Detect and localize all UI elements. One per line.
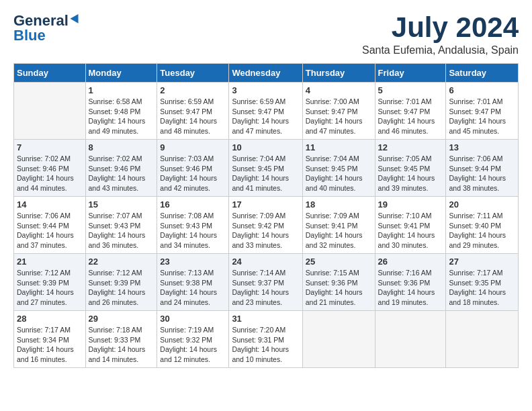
calendar-cell: 15Sunrise: 7:07 AM Sunset: 9:43 PM Dayli… [85, 197, 157, 254]
calendar-cell: 21Sunrise: 7:12 AM Sunset: 9:39 PM Dayli… [14, 254, 86, 311]
day-info: Sunrise: 7:07 AM Sunset: 9:43 PM Dayligh… [89, 211, 154, 250]
day-number: 31 [232, 314, 299, 324]
calendar-cell: 7Sunrise: 7:02 AM Sunset: 9:46 PM Daylig… [14, 140, 86, 197]
day-info: Sunrise: 7:03 AM Sunset: 9:46 PM Dayligh… [160, 154, 226, 193]
calendar-cell: 27Sunrise: 7:17 AM Sunset: 9:35 PM Dayli… [446, 254, 519, 311]
location-title: Santa Eufemia, Andalusia, Spain [362, 44, 519, 56]
header: General Blue July 2024 Santa Eufemia, An… [13, 13, 519, 56]
day-number: 27 [449, 257, 515, 267]
week-row-1: 1Sunrise: 6:58 AM Sunset: 9:48 PM Daylig… [14, 83, 519, 140]
calendar-cell: 10Sunrise: 7:04 AM Sunset: 9:45 PM Dayli… [229, 140, 302, 197]
calendar-cell: 3Sunrise: 6:59 AM Sunset: 9:47 PM Daylig… [229, 83, 302, 140]
day-info: Sunrise: 7:05 AM Sunset: 9:45 PM Dayligh… [378, 154, 443, 193]
calendar-cell [446, 311, 519, 368]
day-info: Sunrise: 7:13 AM Sunset: 9:38 PM Dayligh… [160, 268, 226, 308]
calendar-cell: 13Sunrise: 7:06 AM Sunset: 9:44 PM Dayli… [446, 140, 519, 197]
day-number: 10 [232, 142, 299, 152]
calendar-cell: 29Sunrise: 7:18 AM Sunset: 9:33 PM Dayli… [85, 311, 157, 368]
calendar-cell: 28Sunrise: 7:17 AM Sunset: 9:34 PM Dayli… [14, 311, 86, 368]
day-info: Sunrise: 7:17 AM Sunset: 9:35 PM Dayligh… [449, 268, 515, 308]
day-number: 26 [378, 257, 443, 267]
calendar-cell: 6Sunrise: 7:01 AM Sunset: 9:47 PM Daylig… [446, 83, 519, 140]
calendar-cell: 24Sunrise: 7:14 AM Sunset: 9:37 PM Dayli… [229, 254, 302, 311]
day-number: 25 [306, 257, 372, 267]
calendar-cell [375, 311, 446, 368]
weekday-header-thursday: Thursday [302, 64, 375, 83]
day-info: Sunrise: 7:08 AM Sunset: 9:43 PM Dayligh… [160, 211, 226, 250]
day-info: Sunrise: 7:04 AM Sunset: 9:45 PM Dayligh… [232, 154, 299, 193]
day-number: 13 [449, 142, 515, 152]
day-number: 9 [160, 142, 226, 152]
logo-icon [70, 12, 82, 24]
calendar-cell: 9Sunrise: 7:03 AM Sunset: 9:46 PM Daylig… [157, 140, 229, 197]
day-number: 24 [232, 257, 299, 267]
day-number: 3 [232, 85, 299, 95]
calendar-cell: 30Sunrise: 7:19 AM Sunset: 9:32 PM Dayli… [157, 311, 229, 368]
day-number: 21 [17, 257, 83, 267]
weekday-header-friday: Friday [375, 64, 446, 83]
calendar-cell: 16Sunrise: 7:08 AM Sunset: 9:43 PM Dayli… [157, 197, 229, 254]
day-number: 7 [17, 142, 83, 152]
day-number: 5 [378, 85, 443, 95]
day-number: 18 [306, 199, 372, 210]
day-info: Sunrise: 7:09 AM Sunset: 9:42 PM Dayligh… [232, 211, 299, 250]
calendar-cell: 1Sunrise: 6:58 AM Sunset: 9:48 PM Daylig… [85, 83, 157, 140]
logo-text-general: General [13, 13, 69, 28]
day-info: Sunrise: 7:06 AM Sunset: 9:44 PM Dayligh… [449, 154, 515, 193]
day-info: Sunrise: 7:00 AM Sunset: 9:47 PM Dayligh… [306, 97, 372, 136]
logo: General Blue [13, 13, 82, 43]
week-row-3: 14Sunrise: 7:06 AM Sunset: 9:44 PM Dayli… [14, 197, 519, 254]
title-area: July 2024 Santa Eufemia, Andalusia, Spai… [362, 13, 519, 56]
day-info: Sunrise: 6:59 AM Sunset: 9:47 PM Dayligh… [232, 97, 299, 136]
day-info: Sunrise: 7:04 AM Sunset: 9:45 PM Dayligh… [306, 154, 372, 193]
calendar-cell: 8Sunrise: 7:02 AM Sunset: 9:46 PM Daylig… [85, 140, 157, 197]
day-number: 17 [232, 199, 299, 210]
calendar-cell: 14Sunrise: 7:06 AM Sunset: 9:44 PM Dayli… [14, 197, 86, 254]
day-info: Sunrise: 7:06 AM Sunset: 9:44 PM Dayligh… [17, 211, 83, 250]
day-number: 14 [17, 199, 83, 210]
day-info: Sunrise: 7:09 AM Sunset: 9:41 PM Dayligh… [306, 211, 372, 250]
calendar-cell: 23Sunrise: 7:13 AM Sunset: 9:38 PM Dayli… [157, 254, 229, 311]
day-info: Sunrise: 7:14 AM Sunset: 9:37 PM Dayligh… [232, 268, 299, 308]
calendar-cell: 26Sunrise: 7:16 AM Sunset: 9:36 PM Dayli… [375, 254, 446, 311]
calendar-cell: 20Sunrise: 7:11 AM Sunset: 9:40 PM Dayli… [446, 197, 519, 254]
calendar-cell: 12Sunrise: 7:05 AM Sunset: 9:45 PM Dayli… [375, 140, 446, 197]
calendar-cell: 25Sunrise: 7:15 AM Sunset: 9:36 PM Dayli… [302, 254, 375, 311]
day-info: Sunrise: 7:12 AM Sunset: 9:39 PM Dayligh… [17, 268, 83, 308]
day-info: Sunrise: 7:02 AM Sunset: 9:46 PM Dayligh… [89, 154, 154, 193]
week-row-4: 21Sunrise: 7:12 AM Sunset: 9:39 PM Dayli… [14, 254, 519, 311]
day-number: 11 [306, 142, 372, 152]
day-info: Sunrise: 7:10 AM Sunset: 9:41 PM Dayligh… [378, 211, 443, 250]
day-info: Sunrise: 7:18 AM Sunset: 9:33 PM Dayligh… [89, 325, 154, 365]
day-number: 15 [89, 199, 154, 210]
svg-marker-0 [70, 12, 82, 24]
day-number: 20 [449, 199, 515, 210]
day-info: Sunrise: 7:01 AM Sunset: 9:47 PM Dayligh… [449, 97, 515, 136]
calendar-cell: 19Sunrise: 7:10 AM Sunset: 9:41 PM Dayli… [375, 197, 446, 254]
day-number: 28 [17, 314, 83, 324]
day-info: Sunrise: 7:16 AM Sunset: 9:36 PM Dayligh… [378, 268, 443, 308]
calendar-cell: 5Sunrise: 7:01 AM Sunset: 9:47 PM Daylig… [375, 83, 446, 140]
weekday-header-sunday: Sunday [14, 64, 86, 83]
day-number: 8 [89, 142, 154, 152]
month-title: July 2024 [362, 13, 519, 42]
week-row-2: 7Sunrise: 7:02 AM Sunset: 9:46 PM Daylig… [14, 140, 519, 197]
calendar-cell: 11Sunrise: 7:04 AM Sunset: 9:45 PM Dayli… [302, 140, 375, 197]
day-number: 22 [89, 257, 154, 267]
calendar-cell [14, 83, 86, 140]
weekday-header-monday: Monday [85, 64, 157, 83]
weekday-header-row: SundayMondayTuesdayWednesdayThursdayFrid… [14, 64, 519, 83]
day-info: Sunrise: 6:58 AM Sunset: 9:48 PM Dayligh… [89, 97, 154, 136]
day-info: Sunrise: 7:02 AM Sunset: 9:46 PM Dayligh… [17, 154, 83, 193]
calendar-cell: 4Sunrise: 7:00 AM Sunset: 9:47 PM Daylig… [302, 83, 375, 140]
calendar-table: SundayMondayTuesdayWednesdayThursdayFrid… [13, 63, 519, 368]
day-info: Sunrise: 6:59 AM Sunset: 9:47 PM Dayligh… [160, 97, 226, 136]
calendar-cell: 31Sunrise: 7:20 AM Sunset: 9:31 PM Dayli… [229, 311, 302, 368]
day-number: 2 [160, 85, 226, 95]
day-info: Sunrise: 7:01 AM Sunset: 9:47 PM Dayligh… [378, 97, 443, 136]
week-row-5: 28Sunrise: 7:17 AM Sunset: 9:34 PM Dayli… [14, 311, 519, 368]
day-info: Sunrise: 7:17 AM Sunset: 9:34 PM Dayligh… [17, 325, 83, 365]
logo-text-blue: Blue [13, 28, 46, 43]
day-number: 1 [89, 85, 154, 95]
day-number: 30 [160, 314, 226, 324]
